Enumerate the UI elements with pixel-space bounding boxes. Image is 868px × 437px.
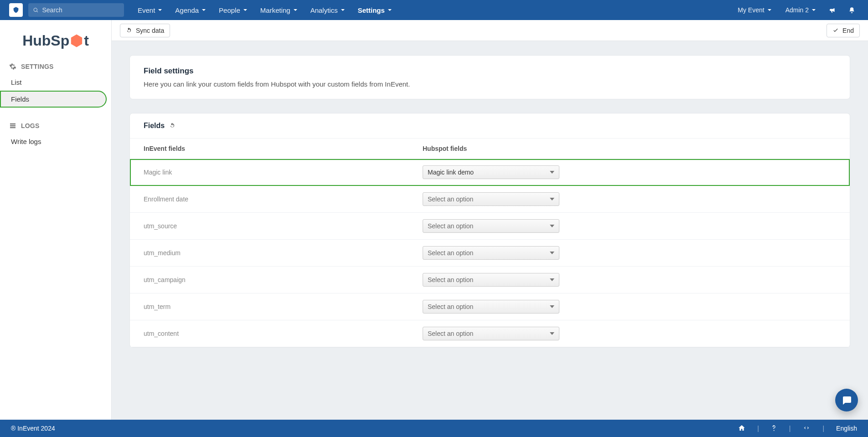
app-logo[interactable] <box>9 3 23 17</box>
hubspot-field-select[interactable]: Select an option <box>423 219 559 233</box>
sidebar-group-logs: LOGS <box>0 118 111 133</box>
chevron-down-icon <box>293 8 298 12</box>
sidebar-item-write-logs[interactable]: Write logs <box>0 133 107 150</box>
menu-analytics[interactable]: Analytics <box>306 4 350 17</box>
sync-data-button[interactable]: Sync data <box>120 24 170 37</box>
event-switcher[interactable]: My Event <box>733 4 776 16</box>
search-input[interactable] <box>42 6 119 14</box>
sidebar-group-label: SETTINGS <box>21 63 54 70</box>
chevron-down-icon <box>550 198 554 201</box>
hubspot-field-select[interactable]: Select an option <box>423 300 559 314</box>
menu-people[interactable]: People <box>214 4 252 17</box>
refresh-icon[interactable] <box>169 123 176 129</box>
sidebar-item-fields[interactable]: Fields <box>0 91 107 108</box>
menu-label: Event <box>138 6 155 14</box>
chevron-down-icon <box>550 171 554 174</box>
content-toolbar: Sync data End <box>112 20 868 41</box>
menu-event[interactable]: Event <box>133 4 167 17</box>
menu-label: People <box>219 6 240 14</box>
select-value: Select an option <box>428 249 473 257</box>
global-search[interactable] <box>28 3 124 17</box>
field-settings-card: Field settings Here you can link your cu… <box>130 56 850 99</box>
integration-brand-logo: HubSp⬢t <box>0 28 111 59</box>
hubspot-field-select[interactable]: Magic link demo <box>423 165 559 179</box>
chevron-down-icon <box>202 8 206 12</box>
inevent-field-name: utm_medium <box>144 249 423 257</box>
footer-divider: | <box>757 425 759 432</box>
hubspot-field-cell: Select an option <box>423 246 836 260</box>
inevent-field-name: utm_term <box>144 303 423 310</box>
hubspot-field-select[interactable]: Select an option <box>423 327 559 340</box>
footer-home-button[interactable] <box>738 424 745 433</box>
hubspot-field-select[interactable]: Select an option <box>423 273 559 287</box>
fields-rows: Magic linkMagic link demoEnrollment date… <box>130 159 850 347</box>
menu-marketing[interactable]: Marketing <box>256 4 302 17</box>
chevron-down-icon <box>341 8 345 12</box>
chevron-down-icon <box>158 8 162 12</box>
fields-card-header: Fields <box>130 113 850 139</box>
hubspot-field-cell: Select an option <box>423 273 836 287</box>
inevent-field-name: Enrollment date <box>144 195 423 203</box>
footer-divider: | <box>789 425 791 432</box>
hubspot-field-select[interactable]: Select an option <box>423 192 559 206</box>
chevron-down-icon <box>550 278 554 281</box>
sidebar: HubSp⬢t SETTINGS List Fields LOGS Write … <box>0 20 112 420</box>
inevent-field-name: Magic link <box>144 169 423 176</box>
select-value: Select an option <box>428 222 473 230</box>
menu-agenda[interactable]: Agenda <box>170 4 211 17</box>
chevron-down-icon <box>550 252 554 254</box>
hubspot-field-select[interactable]: Select an option <box>423 246 559 260</box>
chat-fab[interactable] <box>835 389 858 411</box>
home-icon <box>738 424 745 432</box>
footer-embed-button[interactable] <box>802 424 811 433</box>
chevron-down-icon <box>388 8 392 12</box>
sidebar-group-settings: SETTINGS <box>0 59 111 74</box>
chevron-down-icon <box>550 305 554 308</box>
footer-help-button[interactable] <box>771 424 777 433</box>
select-value: Select an option <box>428 330 473 337</box>
svg-line-1 <box>37 11 38 12</box>
hubspot-field-cell: Select an option <box>423 327 836 340</box>
main-content: Sync data End Field settings Here you ca… <box>112 20 868 420</box>
hubspot-field-cell: Select an option <box>423 300 836 314</box>
inevent-field-name: utm_content <box>144 330 423 337</box>
code-icon <box>802 424 811 432</box>
table-icon <box>9 122 16 129</box>
user-menu[interactable]: Admin 2 <box>781 4 821 16</box>
topbar-right: My Event Admin 2 <box>733 3 859 17</box>
field-row: utm_mediumSelect an option <box>130 240 850 267</box>
select-value: Magic link demo <box>428 169 474 176</box>
chevron-down-icon <box>767 8 772 12</box>
hubspot-field-cell: Select an option <box>423 192 836 206</box>
footer-language-switcher[interactable]: English <box>836 425 857 432</box>
column-hubspot-header: Hubspot fields <box>423 145 836 152</box>
field-settings-title: Field settings <box>144 67 836 76</box>
menu-settings[interactable]: Settings <box>353 4 397 17</box>
hubspot-field-cell: Select an option <box>423 219 836 233</box>
field-row: utm_sourceSelect an option <box>130 213 850 240</box>
fields-card-title: Fields <box>144 122 165 130</box>
sidebar-group-label: LOGS <box>21 122 39 129</box>
chevron-down-icon <box>550 332 554 335</box>
field-row: Enrollment dateSelect an option <box>130 186 850 213</box>
svg-point-0 <box>34 8 37 11</box>
check-icon <box>832 27 839 34</box>
fields-card: Fields InEvent fields Hubspot fields Mag… <box>130 113 850 347</box>
search-icon <box>33 7 38 13</box>
button-label: End <box>842 27 854 34</box>
field-settings-desc: Here you can link your custom fields fro… <box>144 80 836 88</box>
select-value: Select an option <box>428 276 473 283</box>
end-button[interactable]: End <box>827 24 860 37</box>
announcements-button[interactable] <box>825 3 840 17</box>
notifications-button[interactable] <box>844 3 859 17</box>
column-inevent-header: InEvent fields <box>144 145 423 152</box>
question-icon <box>771 424 777 432</box>
top-menus: Event Agenda People Marketing Analytics … <box>133 4 397 17</box>
button-label: Sync data <box>136 27 164 34</box>
footer-copyright: ® InEvent 2024 <box>11 425 55 432</box>
layout: HubSp⬢t SETTINGS List Fields LOGS Write … <box>0 20 868 420</box>
footer-divider: | <box>822 425 824 432</box>
sidebar-item-list[interactable]: List <box>0 74 107 91</box>
refresh-icon <box>126 27 132 34</box>
bell-icon <box>848 7 855 14</box>
